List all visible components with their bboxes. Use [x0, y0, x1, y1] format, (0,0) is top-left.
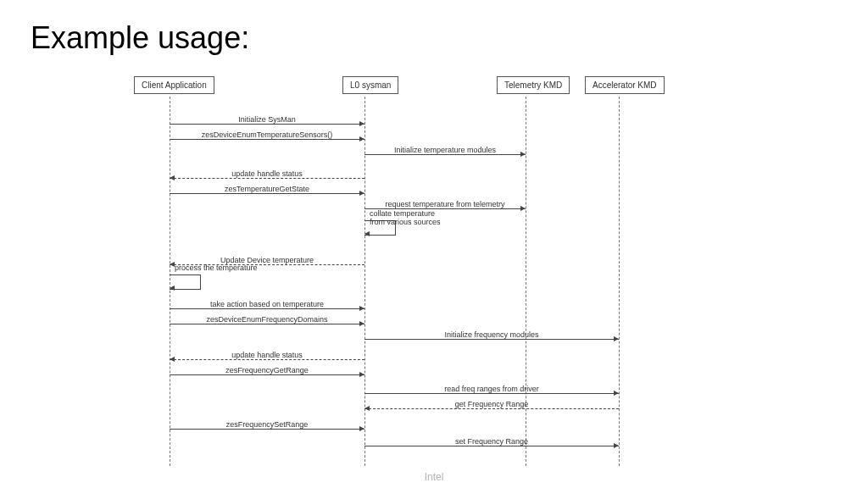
message: Initialize SysMan	[170, 114, 364, 125]
message: update handle status	[170, 168, 364, 180]
actor-telemetry-kmd: Telemetry KMD	[497, 76, 570, 94]
message-label: set Frequency Range	[364, 437, 619, 446]
message: Initialize temperature modules	[364, 144, 526, 156]
actor-accelerator-kmd: Accelerator KMD	[585, 76, 665, 94]
footer-brand: Intel	[0, 471, 868, 483]
message-label: update handle status	[170, 169, 364, 178]
message: zesDeviceEnumTemperatureSensors()	[170, 129, 364, 141]
message-label: request temperature from telemetry	[364, 200, 526, 208]
message-label: take action based on temperature	[170, 300, 364, 308]
arrow-head-icon	[170, 286, 175, 291]
message: take action based on temperature	[170, 298, 364, 310]
message-label: get Frequency Range	[364, 400, 619, 408]
message: read freq ranges from driver	[364, 383, 619, 395]
message-label: Initialize SysMan	[170, 115, 364, 124]
message-label: zesFrequencyGetRange	[170, 366, 364, 374]
message-label: Initialize temperature modules	[364, 146, 526, 154]
message: set Frequency Range	[364, 435, 619, 447]
self-message-label: process the temperature	[175, 264, 258, 273]
message-label: zesDeviceEnumFrequencyDomains	[170, 315, 364, 324]
message-label: zesFrequencySetRange	[170, 420, 364, 429]
message-label: update handle status	[170, 351, 364, 359]
page-title: Example usage:	[31, 20, 249, 56]
message: zesTemperatureGetState	[170, 183, 364, 195]
message: request temperature from telemetry	[364, 198, 526, 210]
message-label: zesTemperatureGetState	[170, 185, 364, 193]
message-label: Initialize frequency modules	[364, 330, 619, 339]
arrow-head-icon	[364, 231, 370, 236]
message: get Frequency Range	[364, 398, 619, 410]
lifeline-telemetry-kmd	[526, 97, 526, 466]
message: zesDeviceEnumFrequencyDomains	[170, 313, 364, 325]
sequence-diagram: Client Application L0 sysman Telemetry K…	[127, 76, 754, 466]
actor-sysman: L0 sysman	[342, 76, 398, 94]
self-message-label: collate temperaturefrom various sources	[370, 210, 441, 227]
message: update handle status	[170, 349, 364, 361]
actor-client: Client Application	[134, 76, 214, 94]
message-label: read freq ranges from driver	[364, 385, 619, 393]
message-label: zesDeviceEnumTemperatureSensors()	[170, 130, 364, 139]
message: zesFrequencySetRange	[170, 419, 364, 430]
message: zesFrequencyGetRange	[170, 364, 364, 376]
message: Initialize frequency modules	[364, 329, 619, 341]
lifeline-accelerator-kmd	[619, 97, 620, 466]
